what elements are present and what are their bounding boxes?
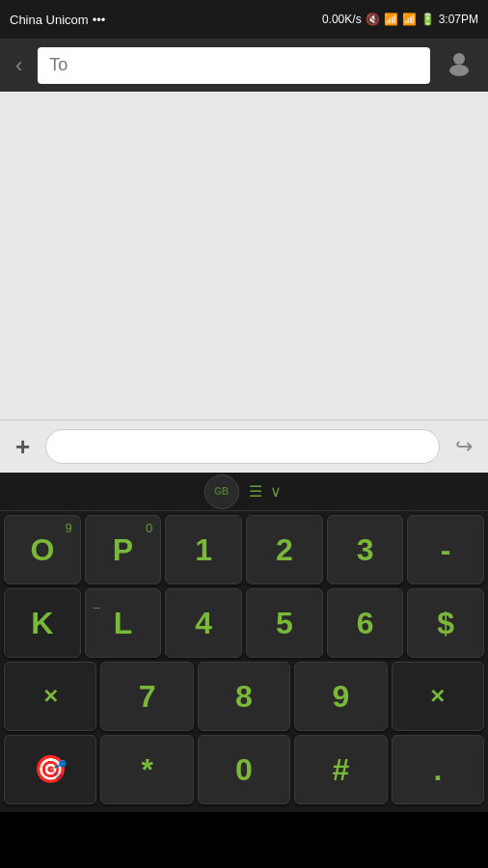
svg-point-1 — [449, 65, 469, 76]
wifi-icon: 📶 — [384, 13, 398, 26]
time-label: 3:07PM — [439, 13, 478, 26]
emoji-icon: 🎯 — [34, 756, 68, 783]
contact-button[interactable] — [438, 45, 480, 86]
keyboard: 9 O 0 P 1 2 3 - K — [0, 511, 488, 812]
keyboard-top-bar: GB ☰ ∨ — [0, 473, 488, 511]
to-input[interactable] — [38, 47, 430, 84]
compose-bar: + ↪ — [0, 420, 488, 473]
carrier-label: China Unicom — [10, 13, 89, 27]
key-4-main: 4 — [195, 608, 212, 638]
key-K[interactable]: K — [4, 588, 81, 658]
key-P-sub: 0 — [146, 521, 152, 535]
key-period[interactable]: . — [392, 735, 484, 804]
key-8-main: 8 — [235, 681, 253, 712]
back-button[interactable]: ‹ — [8, 49, 30, 82]
keyboard-row-3: ✕ 7 8 9 ✕ — [4, 662, 484, 731]
mute-icon: 🔇 — [366, 13, 380, 26]
signal-icon: 📶 — [402, 13, 417, 26]
key-P-main: P — [113, 534, 133, 565]
key-O-sub: 9 — [65, 521, 71, 535]
keyboard-row-1: 9 O 0 P 1 2 3 - — [4, 515, 484, 584]
key-minus[interactable]: - — [407, 515, 484, 584]
key-3[interactable]: 3 — [327, 515, 404, 584]
key-3-main: 3 — [357, 534, 374, 565]
status-bar: China Unicom ••• 0.00K/s 🔇 📶 📶 🔋 3:07PM — [0, 0, 488, 39]
key-hash-main: # — [333, 754, 350, 785]
add-button[interactable]: + — [8, 428, 38, 466]
key-8[interactable]: 8 — [198, 662, 290, 731]
key-L-sub: _ — [94, 594, 100, 609]
key-emoji[interactable]: 🎯 — [4, 735, 96, 804]
key-minus-main: - — [441, 534, 451, 565]
key-backspace-left[interactable]: ✕ — [4, 662, 96, 731]
keyboard-container: GB ☰ ∨ 9 O 0 P 1 2 3 - — [0, 473, 488, 812]
keyboard-row-4: 🎯 * 0 # . — [4, 735, 484, 804]
keyboard-row-2: K _ L 4 5 6 $ — [4, 588, 484, 658]
key-7-main: 7 — [139, 681, 156, 712]
key-5-main: 5 — [276, 608, 293, 638]
key-asterisk-main: * — [141, 754, 152, 785]
carrier-dots: ••• — [93, 13, 106, 27]
backspace-left-icon: ✕ — [42, 687, 59, 706]
key-dollar-main: $ — [437, 608, 454, 638]
key-1[interactable]: 1 — [165, 515, 242, 584]
svg-point-0 — [453, 53, 465, 65]
compose-input[interactable] — [45, 429, 440, 464]
key-O-main: O — [30, 534, 54, 565]
battery-icon: 🔋 — [420, 13, 435, 26]
key-2[interactable]: 2 — [246, 515, 323, 584]
key-backspace-right[interactable]: ✕ — [392, 662, 484, 731]
keyboard-menu-icon[interactable]: ☰ ∨ — [249, 482, 284, 501]
key-L-main: L — [114, 608, 133, 638]
backspace-right-icon: ✕ — [429, 687, 446, 706]
key-7[interactable]: 7 — [100, 662, 193, 731]
header: ‹ — [0, 39, 488, 92]
key-0[interactable]: 0 — [198, 735, 290, 804]
key-2-main: 2 — [276, 534, 293, 565]
key-L[interactable]: _ L — [85, 588, 162, 658]
send-button[interactable]: ↪ — [447, 430, 480, 463]
key-4[interactable]: 4 — [165, 588, 242, 658]
speed-label: 0.00K/s — [322, 13, 362, 26]
key-hash[interactable]: # — [294, 735, 387, 804]
key-9[interactable]: 9 — [294, 662, 387, 731]
key-period-main: . — [433, 754, 442, 785]
key-dollar[interactable]: $ — [407, 588, 484, 658]
key-asterisk[interactable]: * — [100, 735, 193, 804]
key-K-main: K — [31, 608, 53, 638]
key-5[interactable]: 5 — [246, 588, 323, 658]
key-O[interactable]: 9 O — [4, 515, 81, 584]
key-1-main: 1 — [195, 534, 212, 565]
key-6-main: 6 — [357, 608, 374, 638]
key-0-main: 0 — [235, 754, 253, 785]
status-right: 0.00K/s 🔇 📶 📶 🔋 3:07PM — [322, 13, 478, 26]
key-P[interactable]: 0 P — [85, 515, 162, 584]
key-6[interactable]: 6 — [327, 588, 404, 658]
message-area — [0, 92, 488, 420]
key-9-main: 9 — [333, 681, 350, 712]
keyboard-logo: GB — [204, 475, 239, 509]
status-left: China Unicom ••• — [10, 13, 105, 27]
